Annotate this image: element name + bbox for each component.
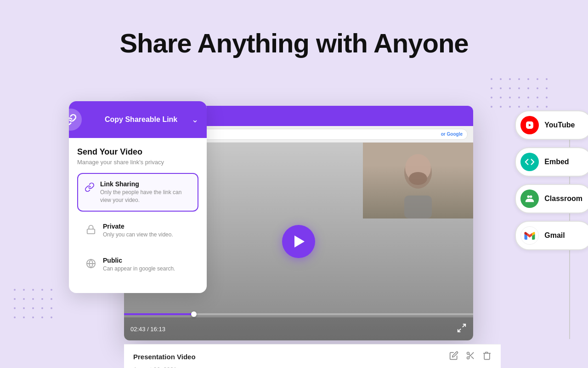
private-desc: Only you can view the video. — [103, 231, 173, 239]
share-destinations: YouTube Embed Classroom — [515, 110, 588, 250]
classroom-icon — [520, 190, 539, 208]
share-youtube-button[interactable]: YouTube — [515, 110, 588, 140]
svg-point-5 — [409, 172, 427, 185]
send-video-title: Send Your Video — [77, 147, 198, 157]
address-google-text: or Google — [441, 132, 463, 137]
svg-rect-6 — [404, 196, 432, 218]
link-sharing-icon — [85, 181, 95, 194]
page-heading: Share Anything with Anyone — [0, 0, 588, 58]
delete-icon[interactable] — [482, 351, 492, 362]
embed-icon — [520, 153, 539, 171]
svg-point-15 — [530, 196, 532, 198]
video-date-bar: August 06, 2021 — [124, 365, 501, 368]
fullscreen-icon[interactable] — [457, 323, 467, 335]
gmail-label: Gmail — [544, 231, 565, 240]
privacy-option-link-sharing[interactable]: Link Sharing Only the people have the li… — [77, 173, 198, 212]
svg-rect-0 — [87, 229, 95, 234]
chevron-down-icon: ⌄ — [192, 115, 198, 125]
demo-container: Copy Shareable Link ⌄ Send Your Video Ma… — [87, 92, 501, 350]
public-desc: Can appear in google search. — [103, 265, 175, 273]
copy-link-button[interactable]: Copy Shareable Link ⌄ — [69, 101, 207, 138]
video-controls: 02:43 / 16:13 — [124, 317, 473, 340]
trim-icon[interactable] — [466, 351, 475, 362]
public-icon — [85, 257, 97, 270]
link-icon — [69, 109, 82, 131]
embed-label: Embed — [544, 158, 569, 166]
progress-dot[interactable] — [191, 311, 197, 317]
share-panel: Copy Shareable Link ⌄ Send Your Video Ma… — [69, 101, 207, 293]
video-date: August 06, 2021 — [133, 366, 177, 368]
video-progress-bar[interactable] — [124, 313, 473, 315]
svg-line-12 — [471, 356, 474, 359]
play-icon — [294, 236, 305, 247]
dots-decoration-bottom-left: (function(){ const d = document.querySel… — [14, 289, 56, 322]
public-title: Public — [103, 257, 175, 264]
classroom-label: Classroom — [544, 195, 582, 203]
send-video-subtitle: Manage your share link's privacy — [77, 159, 198, 166]
privacy-option-public[interactable]: Public Can appear in google search. — [77, 249, 198, 280]
svg-point-14 — [527, 196, 530, 198]
video-info-bar: Presentation Video — [124, 344, 501, 368]
share-embed-button[interactable]: Embed — [515, 147, 588, 177]
link-sharing-title: Link Sharing — [100, 180, 191, 188]
video-time-display: 02:43 / 16:13 — [130, 326, 165, 333]
svg-line-7 — [463, 324, 465, 327]
link-sharing-desc: Only the people have the link can view y… — [100, 189, 191, 204]
share-panel-body: Send Your Video Manage your share link's… — [69, 138, 207, 293]
video-title: Presentation Video — [133, 353, 196, 361]
svg-line-8 — [458, 328, 461, 331]
address-bar-input[interactable]: Search on bkut or Google — [164, 129, 468, 140]
youtube-label: YouTube — [544, 121, 575, 129]
video-actions — [449, 351, 492, 362]
progress-fill — [124, 313, 194, 315]
privacy-option-private[interactable]: Private Only you can view the video. — [77, 215, 198, 246]
share-classroom-button[interactable]: Classroom — [515, 184, 588, 213]
person-thumbnail — [363, 143, 473, 218]
gmail-icon — [520, 226, 539, 245]
private-title: Private — [103, 223, 173, 230]
share-gmail-button[interactable]: Gmail — [515, 221, 588, 250]
play-button[interactable] — [282, 225, 315, 258]
copy-link-label: Copy Shareable Link — [105, 115, 186, 124]
youtube-icon — [520, 116, 539, 134]
edit-icon[interactable] — [449, 351, 458, 362]
svg-line-13 — [469, 354, 470, 356]
private-icon — [85, 223, 97, 236]
